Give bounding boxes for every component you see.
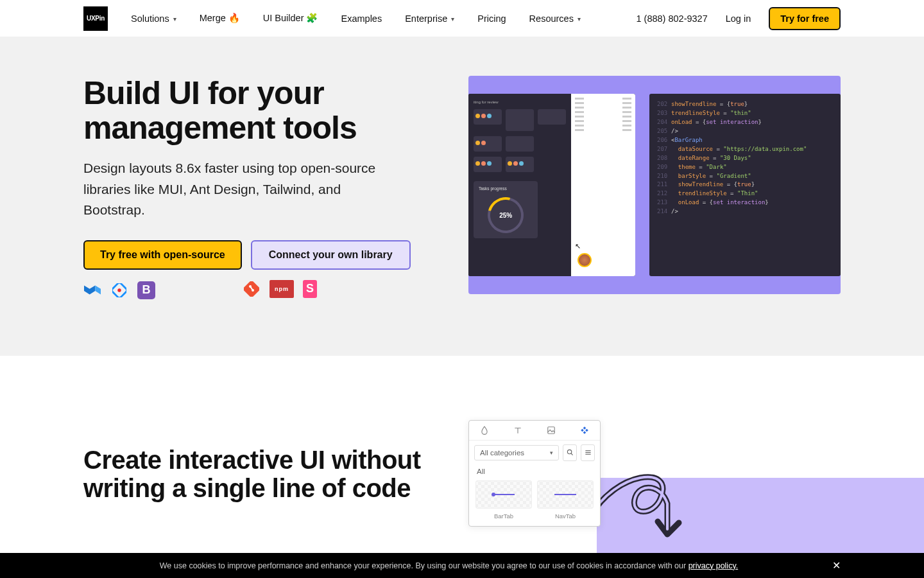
bootstrap-icon: B (137, 281, 155, 299)
hero-ctas: Try free with open-source Connect your o… (83, 240, 443, 270)
code-line: 205/> (657, 127, 833, 136)
nav-label: Solutions (131, 13, 169, 24)
code-line: 209 theme = "Dark" (657, 163, 833, 172)
interactive-ui-section: Create interactive UI without writing a … (0, 356, 924, 555)
nav-links: Solutions ▾ Merge 🔥 UI Builder 🧩 Example… (131, 13, 581, 24)
code-line: 207 dataSource = "https://data.uxpin.com… (657, 145, 833, 154)
code-line: 208 dateRange = "30 Days" (657, 154, 833, 163)
progress-pct: 25% (499, 212, 512, 219)
component-thumbnail (475, 480, 532, 509)
component-navtab[interactable]: NavTab (537, 480, 594, 520)
kanban-row (474, 109, 566, 131)
progress-donut: 25% (481, 191, 530, 240)
code-line: 206<BarGraph (657, 136, 833, 145)
kanban-row (474, 157, 566, 172)
components-icon[interactable] (580, 426, 589, 435)
try-free-open-source-button[interactable]: Try free with open-source (83, 240, 242, 270)
hero-section: Build UI for your management tools Desig… (0, 37, 924, 356)
drop-icon[interactable] (480, 426, 489, 435)
brand-logo[interactable]: UXPin (83, 6, 108, 31)
section2-copy: Create interactive UI without writing a … (83, 426, 443, 504)
nav-item-resources[interactable]: Resources ▾ (529, 13, 581, 24)
code-line: 210 barStyle = "Gradient" (657, 172, 833, 181)
hero-illustration: iting for review Tasks progress (468, 76, 841, 294)
kanban-card (506, 157, 534, 172)
code-line: 212 trendlineStyle = "Thin" (657, 189, 833, 198)
mui-icon (83, 281, 101, 299)
nav-label: Pricing (477, 13, 506, 24)
kanban-card (474, 109, 502, 125)
nav-item-pricing[interactable]: Pricing (477, 13, 506, 24)
progress-card-title: Tasks progress (479, 186, 533, 191)
cookie-banner: We use cookies to improve performance an… (0, 553, 924, 555)
antd-icon (110, 281, 128, 299)
chevron-down-icon: ▾ (550, 450, 553, 456)
illustration-code-window: 202showTrendline = {true} 203trendlineSt… (649, 94, 841, 276)
component-label: BarTab (475, 512, 532, 520)
progress-card: Tasks progress 25% (474, 181, 538, 238)
list-view-button[interactable] (581, 444, 595, 461)
library-icons-group-2: npm S (243, 280, 443, 298)
text-icon[interactable] (513, 426, 522, 435)
hero-title-line1: Build UI for your (83, 75, 324, 111)
code-line: 214/> (657, 207, 833, 216)
component-label: NavTab (537, 512, 594, 520)
nav-label: Enterprise (405, 13, 447, 24)
chevron-down-icon: ▾ (451, 15, 454, 22)
kanban-card (474, 136, 502, 152)
try-for-free-button[interactable]: Try for free (769, 7, 841, 30)
illustration-dark-panel: iting for review Tasks progress (468, 94, 571, 276)
panel-all-label: All (469, 465, 600, 480)
collab-avatar (578, 253, 592, 267)
image-icon[interactable] (547, 426, 556, 435)
nav-item-merge[interactable]: Merge 🔥 (200, 13, 240, 24)
svg-point-1 (117, 288, 121, 292)
nav-item-examples[interactable]: Examples (341, 13, 382, 24)
nav-label: UI Builder 🧩 (263, 13, 318, 24)
kanban-header: iting for review (474, 100, 566, 104)
phone-number[interactable]: 1 (888) 802-9327 (636, 13, 707, 24)
code-line: 204onLoad = {set interaction} (657, 118, 833, 127)
chevron-down-icon: ▾ (578, 15, 581, 22)
code-line: 202showTrendline = {true} (657, 100, 833, 109)
illustration-app-window: iting for review Tasks progress (468, 94, 635, 276)
component-thumbnail (537, 480, 594, 509)
panel-search-row: All categories ▾ (469, 441, 600, 465)
hero-title-line2: management tools (83, 110, 443, 145)
brand-logo-text: UXPin (87, 15, 105, 22)
category-select[interactable]: All categories ▾ (474, 445, 559, 460)
cursor-icon: ↖ (575, 242, 581, 250)
panel-tabs (469, 421, 600, 441)
chevron-down-icon: ▾ (173, 15, 176, 22)
hero-title: Build UI for your management tools (83, 76, 443, 145)
illustration-light-panel: ↖ (571, 94, 635, 276)
nav-right: 1 (888) 802-9327 Log in Try for free (636, 7, 841, 30)
code-line: 213 onLoad = {set interaction} (657, 198, 833, 207)
category-select-label: All categories (480, 449, 524, 457)
components-panel: All categories ▾ All BarTab NavTab (468, 420, 601, 527)
top-nav: UXPin Solutions ▾ Merge 🔥 UI Builder 🧩 E… (0, 0, 924, 37)
kanban-card (538, 109, 566, 125)
nav-label: Merge 🔥 (200, 13, 240, 24)
nav-item-enterprise[interactable]: Enterprise ▾ (405, 13, 454, 24)
kanban-row (474, 136, 566, 152)
login-link[interactable]: Log in (726, 13, 751, 24)
svg-rect-6 (548, 426, 555, 434)
component-bartab[interactable]: BarTab (475, 480, 532, 520)
hero-copy: Build UI for your management tools Desig… (83, 76, 443, 298)
nav-item-ui-builder[interactable]: UI Builder 🧩 (263, 13, 318, 24)
nav-label: Examples (341, 13, 382, 24)
panel-components: BarTab NavTab (469, 480, 600, 526)
search-button[interactable] (563, 444, 577, 461)
section2-illustration: All categories ▾ All BarTab NavTab (468, 426, 841, 555)
git-icon (243, 280, 261, 298)
nav-item-solutions[interactable]: Solutions ▾ (131, 13, 176, 24)
connect-library-button[interactable]: Connect your own library (251, 240, 411, 270)
svg-point-7 (567, 450, 571, 454)
section2-title: Create interactive UI without writing a … (83, 446, 443, 504)
kanban-card (506, 109, 534, 131)
npm-icon: npm (270, 280, 294, 298)
kanban-card (474, 157, 502, 172)
svg-line-8 (570, 453, 572, 455)
kanban-card (506, 136, 534, 152)
